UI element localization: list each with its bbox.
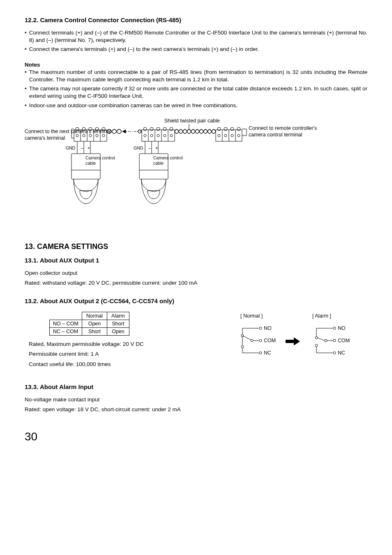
svg-marker-17 bbox=[122, 130, 126, 133]
bullet-dot: • bbox=[25, 85, 29, 100]
svg-point-14 bbox=[96, 134, 98, 137]
spec-line: Permissible current limit: 1 A bbox=[29, 350, 201, 358]
gnd-label-1: GND bbox=[66, 145, 76, 150]
svg-point-26 bbox=[163, 127, 166, 131]
svg-point-44 bbox=[238, 134, 240, 137]
svg-point-29 bbox=[150, 134, 153, 137]
spec-line: Rated, Maximum permissible voltage: 20 V… bbox=[29, 341, 201, 348]
terminal-block-right bbox=[216, 127, 242, 141]
svg-marker-73 bbox=[286, 337, 300, 345]
bullet-dot: • bbox=[25, 29, 29, 44]
gnd-label-2: GND bbox=[134, 145, 143, 150]
notes-list: •The maximum number of units connectable… bbox=[25, 69, 367, 109]
row-nc-com: NC – COM bbox=[50, 328, 82, 336]
svg-point-38 bbox=[224, 127, 227, 131]
svg-point-63 bbox=[251, 339, 253, 342]
svg-text:COM: COM bbox=[338, 338, 350, 343]
text-13-3-line2: Rated: open voltage: 18 V DC, short-circ… bbox=[25, 406, 367, 413]
terminal-block-middle bbox=[142, 127, 175, 141]
heading-13: 13. CAMERA SETTINGS bbox=[25, 242, 367, 251]
cc-label-2b: cable bbox=[153, 161, 164, 166]
svg-point-39 bbox=[231, 127, 234, 131]
svg-rect-18 bbox=[142, 130, 175, 141]
text-13-3-line1: No-voltage make contact input bbox=[25, 396, 367, 403]
col-alarm: Alarm bbox=[107, 312, 129, 320]
alarm-relay: NO COM NC bbox=[315, 325, 350, 356]
svg-point-40 bbox=[237, 127, 240, 131]
svg-point-24 bbox=[150, 127, 153, 131]
svg-text:NC: NC bbox=[338, 350, 345, 356]
bullet-dot: • bbox=[25, 102, 29, 109]
wiring-diagram: .lbl { font: 12.5px Arial, sans-serif; }… bbox=[25, 117, 367, 226]
bullet-dot: • bbox=[25, 69, 29, 83]
bullet-text: Connect terminals (+) and (–) of the C-R… bbox=[29, 29, 367, 44]
svg-line-62 bbox=[242, 336, 251, 340]
normal-title: [ Normal ] bbox=[240, 313, 263, 319]
col-normal: Normal bbox=[82, 312, 107, 320]
label-connect-next-1: Connect to the next camera's terminal bbox=[25, 129, 111, 134]
note-text: Indoor-use and outdoor-use combination c… bbox=[29, 102, 367, 109]
svg-point-78 bbox=[315, 336, 318, 339]
svg-point-31 bbox=[164, 134, 166, 137]
row-no-com: NO – COM bbox=[50, 320, 82, 328]
heading-12-2: 12.2. Camera Control Connector Connectio… bbox=[25, 16, 367, 23]
svg-point-82 bbox=[333, 339, 336, 342]
svg-point-65 bbox=[259, 339, 262, 342]
cell: Short bbox=[107, 320, 129, 328]
minus-2: – bbox=[149, 145, 151, 150]
heading-13-1: 13.1. About AUX Output 1 bbox=[25, 257, 367, 264]
svg-point-12 bbox=[83, 134, 85, 137]
svg-point-67 bbox=[241, 345, 244, 348]
spec-line: Contact useful life: 100,000 times bbox=[29, 361, 201, 368]
label-shield: Shield twisted pair cable bbox=[164, 118, 220, 124]
heading-13-3: 13.3. About Alarm Input bbox=[25, 383, 367, 390]
label-connect-next-2: camera's terminal bbox=[25, 135, 65, 141]
svg-point-41 bbox=[218, 134, 220, 137]
svg-point-25 bbox=[157, 127, 160, 131]
svg-point-43 bbox=[231, 134, 233, 137]
cell: Short bbox=[82, 328, 107, 336]
alarm-title: [ Alarm ] bbox=[312, 313, 331, 319]
svg-point-30 bbox=[157, 134, 159, 137]
cc-label-1b: cable bbox=[85, 161, 96, 166]
notes-heading: Notes bbox=[25, 62, 367, 68]
svg-point-84 bbox=[315, 344, 318, 347]
svg-point-23 bbox=[143, 127, 147, 131]
normal-relay: NO COM NC bbox=[241, 325, 276, 356]
svg-point-13 bbox=[89, 134, 92, 137]
note-text: The camera may not operate correctly if … bbox=[29, 85, 367, 100]
arrow-icon bbox=[286, 337, 300, 345]
svg-point-28 bbox=[144, 134, 146, 137]
svg-point-75 bbox=[333, 327, 336, 329]
svg-point-11 bbox=[76, 134, 78, 137]
plus-2: + bbox=[155, 145, 158, 150]
svg-text:NO: NO bbox=[338, 325, 346, 331]
twisted-pair-long bbox=[175, 129, 216, 134]
label-connect-remote-2: camera control terminal bbox=[249, 132, 302, 138]
relay-diagram: .lbl{font:12.5px Arial,sans-serif;} [ No… bbox=[218, 312, 367, 371]
svg-point-42 bbox=[224, 134, 227, 137]
heading-13-2: 13.2. About AUX Output 2 (C-CC564, C-CC5… bbox=[25, 297, 367, 304]
label-connect-remote-1: Connect to remote controller's bbox=[249, 125, 317, 131]
page-number: 30 bbox=[25, 430, 367, 443]
svg-point-71 bbox=[259, 352, 262, 354]
svg-point-87 bbox=[333, 352, 336, 354]
svg-text:COM: COM bbox=[264, 338, 276, 343]
bullets-12-2: •Connect terminals (+) and (–) of the C-… bbox=[25, 29, 367, 53]
bullet-dot: • bbox=[25, 46, 29, 53]
svg-text:NC: NC bbox=[264, 350, 271, 356]
aux-output-table: Normal Alarm NO – COM Open Short NC – CO… bbox=[49, 312, 129, 336]
text-13-1-line2: Rated: withstand voltage: 20 V DC, permi… bbox=[25, 279, 367, 287]
svg-text:NO: NO bbox=[264, 325, 272, 331]
note-text: The maximum number of units connectable … bbox=[29, 69, 367, 83]
cell: Open bbox=[82, 320, 107, 328]
svg-point-32 bbox=[170, 134, 173, 137]
svg-point-27 bbox=[170, 127, 173, 131]
bullet-text: Connect the camera's terminals (+) and (… bbox=[29, 46, 367, 53]
svg-line-79 bbox=[318, 338, 325, 341]
text-13-1-line1: Open collector output bbox=[25, 269, 367, 277]
svg-point-80 bbox=[325, 339, 327, 342]
minus-1: – bbox=[81, 145, 83, 150]
svg-point-15 bbox=[102, 134, 105, 137]
svg-point-37 bbox=[217, 127, 221, 131]
